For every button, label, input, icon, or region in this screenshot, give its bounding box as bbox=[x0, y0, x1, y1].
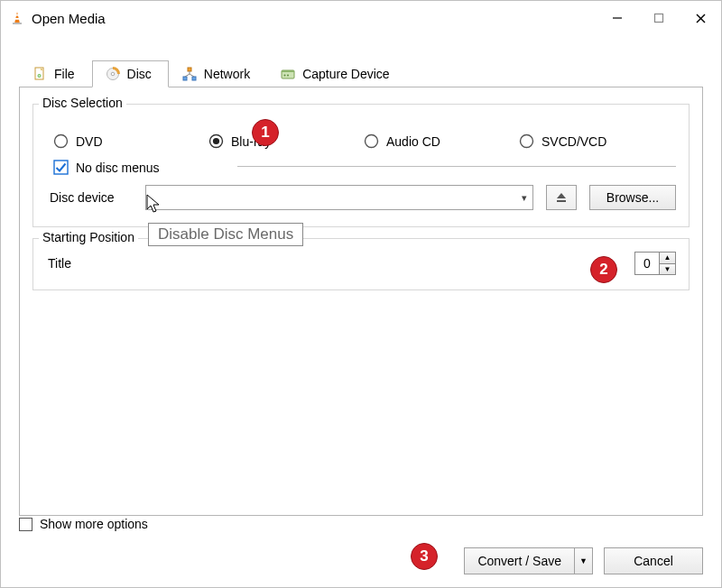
checkbox-unchecked-icon bbox=[19, 518, 32, 531]
annotation-marker-1: 1 bbox=[252, 119, 279, 146]
title-label: Title bbox=[48, 256, 71, 271]
disc-device-row: Disc device ▾ Browse... bbox=[50, 185, 676, 210]
eject-icon bbox=[555, 191, 568, 204]
cursor-pointer-icon bbox=[145, 194, 163, 216]
disc-device-combobox[interactable]: ▾ bbox=[145, 185, 533, 210]
svg-marker-30 bbox=[557, 193, 566, 198]
radio-svcd[interactable]: SVCD/VCD bbox=[519, 133, 674, 149]
no-disc-menus-checkbox[interactable]: No disc menus bbox=[53, 160, 676, 175]
spinner-value: 0 bbox=[635, 253, 659, 274]
svg-rect-3 bbox=[15, 18, 20, 20]
svg-point-23 bbox=[287, 75, 289, 77]
radio-unchecked-icon bbox=[519, 133, 534, 149]
tab-file[interactable]: File bbox=[19, 60, 92, 87]
group-label: Starting Position bbox=[39, 230, 138, 244]
footer: Show more options Convert / Save ▼ Cance… bbox=[19, 517, 703, 574]
spinner-up-button[interactable]: ▲ bbox=[660, 253, 675, 264]
svg-rect-16 bbox=[192, 77, 196, 80]
browse-button[interactable]: Browse... bbox=[589, 185, 676, 210]
tab-disc[interactable]: Disc bbox=[92, 60, 169, 87]
disc-panel: Disc Selection DVD Blu-ray Audio CD SVCD… bbox=[19, 87, 703, 516]
annotation-marker-2: 2 bbox=[590, 256, 617, 283]
radio-bluray[interactable]: Blu-ray bbox=[208, 133, 364, 149]
dropdown-arrow-icon[interactable]: ▼ bbox=[574, 548, 592, 574]
tooltip-text: Disable Disc Menus bbox=[158, 225, 293, 243]
radio-label: DVD bbox=[76, 134, 103, 149]
svg-rect-1 bbox=[13, 23, 22, 24]
close-button[interactable] bbox=[680, 1, 721, 35]
svg-rect-14 bbox=[188, 68, 191, 71]
radio-checked-icon bbox=[208, 133, 224, 149]
tab-network[interactable]: Network bbox=[169, 60, 267, 87]
svg-marker-32 bbox=[147, 195, 159, 212]
minimize-button[interactable] bbox=[597, 1, 638, 35]
tab-label: File bbox=[54, 67, 75, 81]
maximize-button[interactable] bbox=[638, 1, 680, 35]
action-buttons: Convert / Save ▼ Cancel bbox=[19, 547, 703, 574]
svg-point-13 bbox=[111, 72, 115, 76]
disc-device-label: Disc device bbox=[50, 190, 133, 205]
spinner-arrows: ▲ ▼ bbox=[659, 253, 675, 274]
chevron-down-icon: ▾ bbox=[522, 192, 527, 204]
radio-label: Audio CD bbox=[386, 134, 440, 149]
tab-bar: File Disc Network Capture Device bbox=[19, 57, 703, 87]
svg-point-24 bbox=[55, 135, 68, 148]
svg-rect-29 bbox=[54, 161, 68, 174]
svg-point-22 bbox=[284, 75, 286, 77]
checkbox-label: Show more options bbox=[40, 517, 148, 531]
network-icon bbox=[182, 67, 197, 81]
svg-point-26 bbox=[213, 138, 219, 144]
tab-label: Capture Device bbox=[302, 67, 390, 81]
tab-capture[interactable]: Capture Device bbox=[267, 60, 407, 87]
convert-save-button[interactable]: Convert / Save ▼ bbox=[464, 547, 593, 574]
title-spinner[interactable]: 0 ▲ ▼ bbox=[634, 252, 676, 275]
divider bbox=[237, 166, 676, 167]
radio-dvd[interactable]: DVD bbox=[53, 133, 208, 149]
cancel-button[interactable]: Cancel bbox=[604, 547, 703, 574]
radio-unchecked-icon bbox=[53, 133, 69, 149]
eject-button[interactable] bbox=[546, 185, 577, 210]
svg-marker-0 bbox=[14, 12, 20, 23]
svg-point-27 bbox=[366, 135, 378, 148]
group-label: Disc Selection bbox=[39, 96, 126, 110]
radio-unchecked-icon bbox=[364, 133, 379, 149]
svg-rect-31 bbox=[557, 200, 566, 202]
tooltip: Disable Disc Menus bbox=[148, 223, 303, 246]
disc-icon bbox=[106, 67, 120, 81]
svg-rect-2 bbox=[15, 14, 18, 16]
button-label: Convert / Save bbox=[465, 548, 574, 574]
show-more-options-checkbox[interactable]: Show more options bbox=[19, 517, 703, 531]
checkbox-label: No disc menus bbox=[76, 161, 160, 175]
window-title: Open Media bbox=[32, 11, 106, 26]
disc-type-radios: DVD Blu-ray Audio CD SVCD/VCD bbox=[53, 133, 676, 149]
file-icon bbox=[32, 67, 47, 81]
radio-label: SVCD/VCD bbox=[542, 134, 606, 149]
vlc-cone-icon bbox=[10, 11, 24, 25]
tab-label: Network bbox=[204, 67, 250, 81]
tab-label: Disc bbox=[127, 67, 152, 81]
capture-device-icon bbox=[281, 67, 295, 81]
svg-rect-5 bbox=[655, 14, 663, 23]
svg-rect-15 bbox=[183, 77, 187, 80]
title-row: Title 0 ▲ ▼ bbox=[48, 252, 676, 275]
button-label: Browse... bbox=[606, 190, 659, 205]
window-controls bbox=[597, 1, 721, 35]
spinner-down-button[interactable]: ▼ bbox=[660, 264, 675, 275]
svg-point-28 bbox=[521, 135, 533, 148]
button-label: Cancel bbox=[634, 554, 673, 568]
title-bar: Open Media bbox=[1, 1, 721, 35]
svg-rect-21 bbox=[282, 70, 294, 72]
checkbox-checked-icon bbox=[53, 160, 69, 175]
annotation-marker-3: 3 bbox=[411, 543, 438, 570]
radio-audiocd[interactable]: Audio CD bbox=[364, 133, 519, 149]
disc-selection-group: Disc Selection DVD Blu-ray Audio CD SVCD… bbox=[32, 104, 690, 227]
